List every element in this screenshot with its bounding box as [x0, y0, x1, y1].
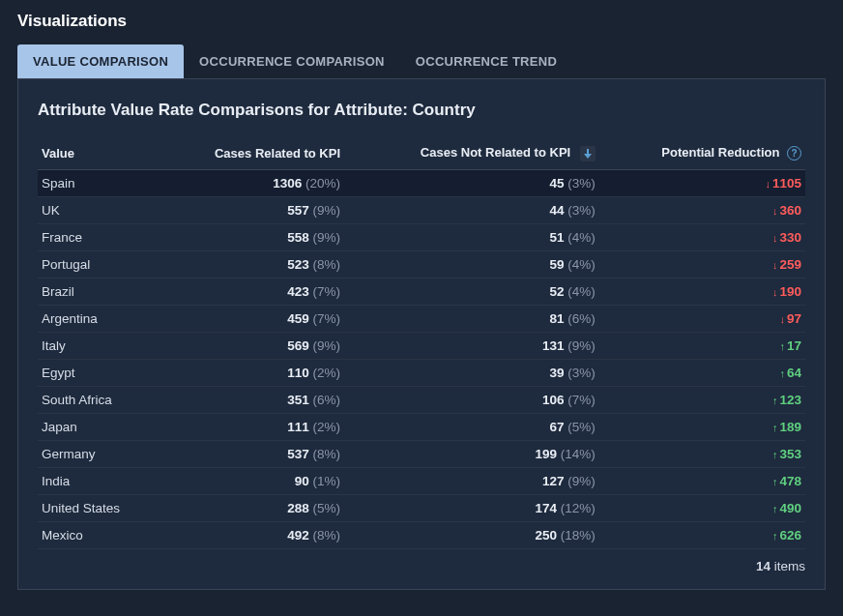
table-row[interactable]: UK557 (9%)44 (3%)↓360	[38, 196, 805, 223]
cell-related: 523 (8%)	[158, 250, 344, 278]
cell-not-related: 44 (3%)	[344, 196, 599, 223]
cell-related: 557 (9%)	[158, 196, 344, 223]
cell-value: UK	[38, 196, 158, 223]
cell-value: India	[38, 467, 158, 494]
cell-related: 351 (6%)	[158, 386, 344, 413]
panel: Attribute Value Rate Comparisons for Att…	[17, 79, 826, 590]
sort-down-icon[interactable]	[580, 146, 596, 161]
arrow-up-icon: ↑	[779, 367, 785, 379]
comparison-table: Value Cases Related to KPI Cases Not Rel…	[38, 137, 805, 549]
cell-related: 423 (7%)	[158, 278, 344, 305]
cell-reduction: ↑490	[599, 494, 805, 521]
col-reduction[interactable]: Potential Reduction ?	[599, 137, 805, 169]
tab-value-comparison[interactable]: VALUE COMPARISON	[17, 44, 184, 78]
cell-related: 459 (7%)	[158, 305, 344, 332]
cell-related: 90 (1%)	[158, 467, 344, 494]
arrow-up-icon: ↑	[779, 340, 785, 352]
cell-value: Germany	[38, 440, 158, 467]
cell-not-related: 45 (3%)	[344, 169, 599, 196]
cell-value: Italy	[38, 332, 158, 359]
cell-reduction: ↓330	[599, 223, 805, 250]
cell-not-related: 250 (18%)	[344, 521, 599, 548]
table-footer: 14 items	[38, 549, 805, 573]
cell-reduction: ↑478	[599, 467, 805, 494]
cell-not-related: 59 (4%)	[344, 250, 599, 278]
arrow-up-icon: ↑	[772, 449, 778, 460]
cell-related: 569 (9%)	[158, 332, 344, 359]
arrow-down-icon: ↓	[772, 259, 778, 271]
cell-value: France	[38, 223, 158, 250]
tab-occurrence-trend[interactable]: OCCURRENCE TREND	[400, 44, 572, 78]
cell-reduction: ↑353	[599, 440, 805, 467]
cell-value: Japan	[38, 413, 158, 440]
cell-reduction: ↓1105	[599, 169, 805, 196]
col-not-related[interactable]: Cases Not Related to KPI	[344, 137, 599, 169]
cell-not-related: 199 (14%)	[344, 440, 599, 467]
arrow-down-icon: ↓	[772, 286, 778, 298]
arrow-down-icon: ↓	[772, 205, 778, 217]
cell-reduction: ↑189	[599, 413, 805, 440]
help-icon[interactable]: ?	[787, 146, 801, 161]
table-row[interactable]: Italy569 (9%)131 (9%)↑17	[38, 332, 805, 359]
table-row[interactable]: France558 (9%)51 (4%)↓330	[38, 223, 805, 250]
section-title: Visualizations	[17, 12, 826, 31]
cell-reduction: ↑64	[599, 359, 805, 386]
table-row[interactable]: United States288 (5%)174 (12%)↑490	[38, 494, 805, 521]
panel-title: Attribute Value Rate Comparisons for Att…	[38, 101, 805, 120]
cell-value: Egypt	[38, 359, 158, 386]
col-reduction-label: Potential Reduction	[661, 145, 779, 160]
cell-related: 110 (2%)	[158, 359, 344, 386]
cell-not-related: 81 (6%)	[344, 305, 599, 332]
cell-not-related: 67 (5%)	[344, 413, 599, 440]
arrow-up-icon: ↑	[772, 476, 778, 487]
table-row[interactable]: South Africa351 (6%)106 (7%)↑123	[38, 386, 805, 413]
cell-related: 537 (8%)	[158, 440, 344, 467]
cell-related: 111 (2%)	[158, 413, 344, 440]
table-row[interactable]: Argentina459 (7%)81 (6%)↓97	[38, 305, 805, 332]
table-row[interactable]: India90 (1%)127 (9%)↑478	[38, 467, 805, 494]
arrow-up-icon: ↑	[772, 530, 778, 542]
cell-reduction: ↓259	[599, 250, 805, 278]
arrow-up-icon: ↑	[772, 503, 778, 514]
cell-related: 558 (9%)	[158, 223, 344, 250]
cell-value: Portugal	[38, 250, 158, 278]
arrow-down-icon: ↓	[779, 313, 785, 325]
col-not-related-label: Cases Not Related to KPI	[421, 145, 570, 160]
cell-not-related: 52 (4%)	[344, 278, 599, 305]
cell-not-related: 127 (9%)	[344, 467, 599, 494]
cell-reduction: ↓97	[599, 305, 805, 332]
table-row[interactable]: Portugal523 (8%)59 (4%)↓259	[38, 250, 805, 278]
cell-value: United States	[38, 494, 158, 521]
cell-value: Spain	[38, 169, 158, 196]
arrow-up-icon: ↑	[772, 395, 778, 406]
table-row[interactable]: Brazil423 (7%)52 (4%)↓190	[38, 278, 805, 305]
cell-related: 1306 (20%)	[158, 169, 344, 196]
cell-reduction: ↓360	[599, 196, 805, 223]
col-value[interactable]: Value	[38, 137, 158, 169]
cell-reduction: ↑123	[599, 386, 805, 413]
cell-reduction: ↑17	[599, 332, 805, 359]
cell-related: 492 (8%)	[158, 521, 344, 548]
tab-occurrence-comparison[interactable]: OCCURRENCE COMPARISON	[184, 44, 400, 78]
cell-related: 288 (5%)	[158, 494, 344, 521]
cell-value: South Africa	[38, 386, 158, 413]
arrow-down-icon: ↓	[765, 178, 770, 190]
cell-reduction: ↓190	[599, 278, 805, 305]
cell-value: Mexico	[38, 521, 158, 548]
cell-value: Argentina	[38, 305, 158, 332]
tabs: VALUE COMPARISONOCCURRENCE COMPARISONOCC…	[17, 44, 826, 79]
cell-not-related: 39 (3%)	[344, 359, 599, 386]
item-count: 14	[756, 559, 770, 573]
table-row[interactable]: Egypt110 (2%)39 (3%)↑64	[38, 359, 805, 386]
table-row[interactable]: Mexico492 (8%)250 (18%)↑626	[38, 521, 805, 548]
table-row[interactable]: Germany537 (8%)199 (14%)↑353	[38, 440, 805, 467]
table-row[interactable]: Japan111 (2%)67 (5%)↑189	[38, 413, 805, 440]
table-row[interactable]: Spain1306 (20%)45 (3%)↓1105	[38, 169, 805, 196]
item-label-text: items	[774, 559, 805, 573]
cell-not-related: 131 (9%)	[344, 332, 599, 359]
cell-not-related: 174 (12%)	[344, 494, 599, 521]
cell-not-related: 106 (7%)	[344, 386, 599, 413]
arrow-down-icon: ↓	[772, 232, 778, 244]
cell-not-related: 51 (4%)	[344, 223, 599, 250]
col-related[interactable]: Cases Related to KPI	[158, 137, 344, 169]
